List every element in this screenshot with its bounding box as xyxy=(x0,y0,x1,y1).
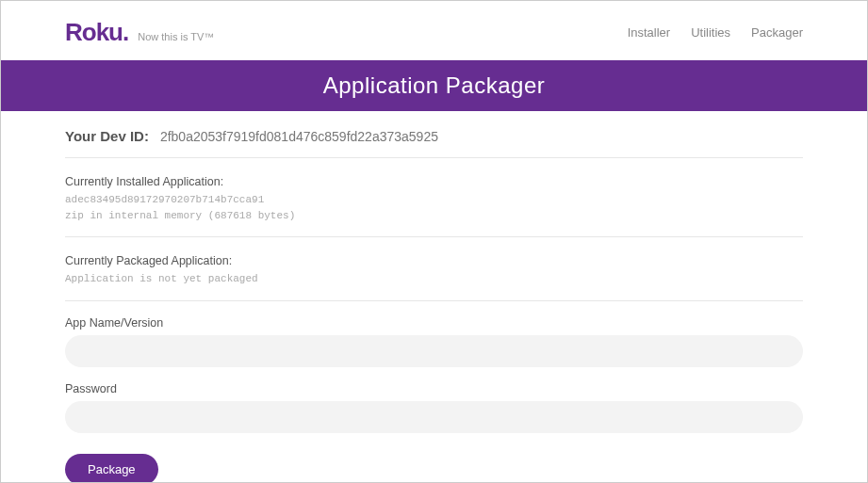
packaged-app-title: Currently Packaged Application: xyxy=(65,254,803,267)
installed-app-hash: adec83495d89172970207b714b7cca91 xyxy=(65,192,803,208)
header: Roku. Now this is TV™ Installer Utilitie… xyxy=(1,1,867,60)
content: Your Dev ID: 2fb0a2053f7919fd081d476c859… xyxy=(1,111,867,483)
packaged-app-status: Application is not yet packaged xyxy=(65,271,803,287)
packaged-app-section: Currently Packaged Application: Applicat… xyxy=(65,237,803,301)
tagline: Now this is TV™ xyxy=(138,31,214,42)
package-button[interactable]: Package xyxy=(65,454,158,484)
password-input[interactable] xyxy=(65,401,803,433)
nav: Installer Utilities Packager xyxy=(628,25,803,40)
dev-id-label: Your Dev ID: xyxy=(65,128,149,144)
app-name-group: App Name/Version xyxy=(65,316,803,367)
logo-block: Roku. Now this is TV™ xyxy=(65,18,214,47)
package-form: App Name/Version Password Package xyxy=(65,301,803,484)
installed-app-size: zip in internal memory (687618 bytes) xyxy=(65,208,803,224)
app-name-input[interactable] xyxy=(65,335,803,367)
roku-logo: Roku. xyxy=(65,18,128,47)
password-label: Password xyxy=(65,382,803,395)
logo-dot: . xyxy=(123,18,128,46)
dev-id-row: Your Dev ID: 2fb0a2053f7919fd081d476c859… xyxy=(65,128,803,158)
nav-utilities[interactable]: Utilities xyxy=(691,25,730,40)
password-group: Password xyxy=(65,382,803,433)
logo-text: Roku xyxy=(65,18,123,46)
app-name-label: App Name/Version xyxy=(65,316,803,330)
page-title: Application Packager xyxy=(1,60,867,111)
installed-app-section: Currently Installed Application: adec834… xyxy=(65,158,803,237)
nav-installer[interactable]: Installer xyxy=(628,25,671,40)
dev-id-value: 2fb0a2053f7919fd081d476c859fd22a373a5925 xyxy=(160,129,438,144)
page: Roku. Now this is TV™ Installer Utilitie… xyxy=(1,1,867,483)
installed-app-title: Currently Installed Application: xyxy=(65,175,803,188)
nav-packager[interactable]: Packager xyxy=(751,25,803,40)
